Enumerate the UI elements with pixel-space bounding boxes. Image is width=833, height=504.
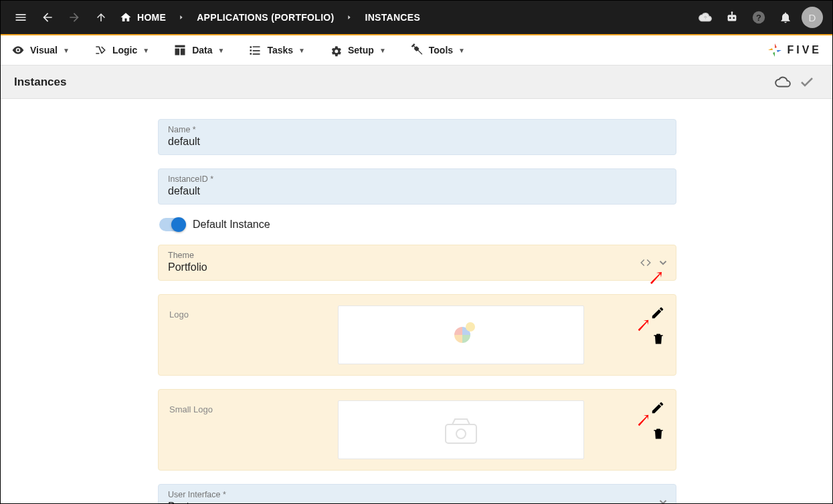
default-instance-label: Default Instance bbox=[193, 219, 270, 231]
tab-tools[interactable]: Tools▼ bbox=[410, 43, 465, 57]
tab-setup[interactable]: Setup▼ bbox=[329, 43, 386, 57]
svg-rect-0 bbox=[728, 15, 737, 21]
check-icon[interactable] bbox=[795, 70, 819, 94]
cloud-icon[interactable] bbox=[771, 70, 795, 94]
hamburger-icon[interactable] bbox=[9, 5, 33, 29]
instanceid-value: default bbox=[168, 185, 666, 197]
breadcrumb-home-label: HOME bbox=[137, 12, 166, 23]
delete-logo-button[interactable] bbox=[652, 332, 665, 346]
content-scroll[interactable]: Name * default InstanceID * default Defa… bbox=[1, 99, 824, 503]
svg-point-7 bbox=[466, 322, 475, 332]
tab-tasks[interactable]: Tasks▼ bbox=[248, 43, 305, 57]
svg-point-9 bbox=[456, 429, 466, 438]
name-label: Name * bbox=[168, 125, 666, 134]
breadcrumb-applications-label: APPLICATIONS (PORTFOLIO) bbox=[197, 12, 334, 23]
user-interface-field[interactable]: User Interface * Boston bbox=[158, 484, 676, 503]
edit-small-logo-button[interactable] bbox=[650, 400, 665, 415]
chevron-right-icon bbox=[173, 14, 190, 21]
brand-logo: FIVE bbox=[767, 42, 822, 58]
ui-label: User Interface * bbox=[168, 490, 666, 499]
ui-value: Boston bbox=[168, 501, 666, 503]
svg-point-1 bbox=[729, 17, 731, 19]
robot-icon[interactable] bbox=[720, 5, 744, 29]
logo-label: Logo bbox=[169, 305, 296, 320]
name-field[interactable]: Name * default bbox=[158, 119, 676, 155]
name-value: default bbox=[168, 136, 666, 148]
small-logo-label: Small Logo bbox=[169, 400, 296, 414]
forward-icon bbox=[62, 5, 86, 29]
avatar[interactable]: D bbox=[800, 5, 824, 29]
svg-point-2 bbox=[733, 17, 735, 19]
tab-tools-label: Tools bbox=[429, 45, 453, 55]
logo-preview bbox=[338, 305, 584, 364]
tab-logic[interactable]: Logic▼ bbox=[94, 43, 149, 57]
theme-value: Portfolio bbox=[168, 261, 666, 273]
breadcrumb-instances[interactable]: INSTANCES bbox=[361, 12, 424, 23]
page-header: Instances bbox=[1, 66, 832, 99]
tab-data[interactable]: Data▼ bbox=[173, 43, 224, 57]
chevron-right-icon bbox=[341, 14, 358, 21]
up-icon[interactable] bbox=[89, 5, 113, 29]
tab-visual[interactable]: Visual▼ bbox=[11, 43, 70, 57]
small-logo-field: Small Logo bbox=[158, 389, 676, 471]
tab-logic-label: Logic bbox=[112, 45, 137, 55]
annotation-arrow bbox=[636, 318, 650, 332]
default-instance-toggle[interactable] bbox=[159, 218, 183, 231]
logo-field: Logo bbox=[158, 294, 676, 376]
svg-point-3 bbox=[731, 11, 733, 13]
topbar: HOME APPLICATIONS (PORTFOLIO) INSTANCES … bbox=[1, 1, 832, 35]
theme-field[interactable]: Theme Portfolio bbox=[158, 245, 676, 281]
breadcrumb-instances-label: INSTANCES bbox=[365, 12, 420, 23]
svg-rect-8 bbox=[446, 424, 476, 443]
delete-small-logo-button[interactable] bbox=[652, 427, 665, 440]
chevron-down-icon[interactable] bbox=[657, 496, 669, 503]
avatar-letter: D bbox=[809, 12, 816, 23]
tab-visual-label: Visual bbox=[30, 45, 58, 55]
page-title: Instances bbox=[14, 76, 66, 89]
default-instance-row: Default Instance bbox=[158, 218, 676, 231]
small-logo-preview bbox=[338, 400, 584, 459]
breadcrumb-applications[interactable]: APPLICATIONS (PORTFOLIO) bbox=[193, 12, 338, 23]
brand-text: FIVE bbox=[787, 44, 822, 56]
cloud-sync-icon[interactable] bbox=[693, 5, 717, 29]
tab-setup-label: Setup bbox=[348, 45, 374, 55]
bell-icon[interactable] bbox=[773, 5, 798, 29]
instanceid-label: InstanceID * bbox=[168, 174, 666, 184]
svg-point-6 bbox=[17, 49, 19, 51]
tab-tasks-label: Tasks bbox=[267, 45, 293, 55]
help-icon[interactable]: ? bbox=[747, 5, 771, 29]
annotation-arrow bbox=[636, 412, 650, 427]
chevron-down-icon[interactable] bbox=[657, 257, 669, 269]
breadcrumb-home[interactable]: HOME bbox=[116, 11, 170, 23]
back-icon[interactable] bbox=[35, 5, 60, 29]
svg-text:?: ? bbox=[756, 13, 761, 23]
tab-data-label: Data bbox=[192, 45, 212, 55]
theme-label: Theme bbox=[168, 251, 666, 260]
code-icon[interactable] bbox=[640, 257, 652, 269]
instanceid-field[interactable]: InstanceID * default bbox=[158, 168, 676, 205]
edit-logo-button[interactable] bbox=[650, 305, 665, 320]
tabbar: Visual▼ Logic▼ Data▼ Tasks▼ Setup▼ Tools… bbox=[1, 35, 832, 66]
